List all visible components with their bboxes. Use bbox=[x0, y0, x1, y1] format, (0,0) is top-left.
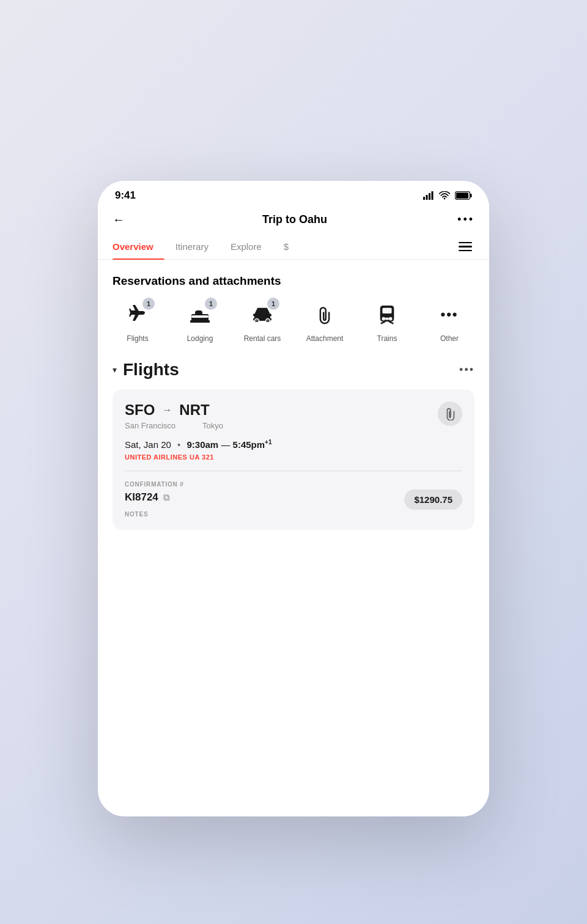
flights-more-button[interactable]: ••• bbox=[459, 364, 474, 376]
depart-time: 9:30am bbox=[187, 439, 219, 450]
flight-attachment-button[interactable] bbox=[438, 402, 462, 426]
phone-frame: 9:41 bbox=[98, 181, 489, 816]
res-attachment-icon-wrap bbox=[310, 300, 339, 329]
svg-rect-10 bbox=[191, 315, 209, 318]
hamburger-line-3 bbox=[459, 250, 472, 252]
svg-point-19 bbox=[389, 317, 393, 321]
svg-rect-17 bbox=[382, 308, 391, 314]
back-button[interactable]: ← bbox=[113, 213, 132, 227]
svg-rect-5 bbox=[456, 193, 468, 199]
hamburger-line-2 bbox=[459, 246, 472, 248]
svg-rect-14 bbox=[252, 316, 254, 318]
res-flights-icon-wrap: 1 bbox=[123, 300, 152, 329]
res-item-attachment[interactable]: Attachment bbox=[303, 300, 347, 343]
svg-point-13 bbox=[266, 319, 270, 323]
svg-rect-6 bbox=[470, 194, 472, 197]
status-time: 9:41 bbox=[115, 189, 136, 202]
other-label: Other bbox=[440, 334, 459, 343]
svg-rect-3 bbox=[432, 191, 434, 200]
confirmation-block: CONFIRMATION # KI8724 ⧉ NOTES bbox=[125, 481, 184, 518]
trains-label: Trains bbox=[377, 334, 397, 343]
airline-name: UNITED AIRLINES UA 321 bbox=[125, 453, 438, 461]
cities-row: San Francisco Tokyo bbox=[125, 421, 438, 430]
flight-main: SFO → NRT San Francisco Tokyo Sat, Jan 2… bbox=[113, 389, 474, 471]
hamburger-line-1 bbox=[459, 242, 472, 244]
price-badge: $1290.75 bbox=[404, 490, 462, 510]
attachment-icon bbox=[310, 300, 339, 329]
other-icon: ••• bbox=[435, 300, 464, 329]
tab-budget[interactable]: $ bbox=[273, 234, 300, 259]
res-item-other[interactable]: ••• Other bbox=[427, 300, 471, 343]
res-item-flights[interactable]: 1 Flights bbox=[116, 300, 160, 343]
notes-label: NOTES bbox=[125, 511, 184, 518]
time-dash: — bbox=[221, 439, 232, 450]
arrive-time: 5:45pm+1 bbox=[233, 439, 272, 450]
flights-section-header: ▾ Flights ••• bbox=[113, 360, 474, 380]
header: ← Trip to Oahu ••• bbox=[98, 207, 489, 234]
tab-explore[interactable]: Explore bbox=[220, 234, 273, 259]
reservations-header: Reservations and attachments bbox=[98, 260, 489, 298]
dest-city: Tokyo bbox=[202, 421, 223, 430]
res-item-rental-cars[interactable]: 1 Rental cars bbox=[240, 300, 284, 343]
route-codes: SFO → NRT bbox=[125, 402, 438, 419]
bullet-separator: • bbox=[177, 439, 180, 450]
rental-label: Rental cars bbox=[244, 334, 281, 343]
content-area: Reservations and attachments 1 Flights bbox=[98, 260, 489, 816]
svg-rect-0 bbox=[423, 197, 425, 200]
svg-rect-1 bbox=[426, 195, 428, 200]
origin-city: San Francisco bbox=[125, 421, 175, 430]
svg-rect-9 bbox=[190, 320, 210, 323]
route-arrow-icon: → bbox=[162, 405, 172, 416]
flights-section: ▾ Flights ••• SFO → NRT San Franc bbox=[98, 360, 489, 542]
trains-icon bbox=[372, 300, 402, 329]
res-rental-icon-wrap: 1 bbox=[248, 300, 277, 329]
rental-badge: 1 bbox=[267, 298, 279, 310]
svg-rect-2 bbox=[429, 193, 430, 200]
lodging-label: Lodging bbox=[187, 334, 213, 343]
svg-rect-15 bbox=[270, 316, 273, 318]
tab-overview[interactable]: Overview bbox=[113, 234, 164, 259]
header-more-button[interactable]: ••• bbox=[457, 213, 474, 226]
flight-date-row: Sat, Jan 20 • 9:30am — 5:45pm+1 bbox=[125, 439, 438, 450]
svg-line-21 bbox=[382, 321, 385, 323]
status-icons bbox=[423, 191, 472, 200]
reservations-title: Reservations and attachments bbox=[113, 274, 281, 287]
flights-title-row: ▾ Flights bbox=[113, 360, 179, 380]
flight-footer: CONFIRMATION # KI8724 ⧉ NOTES $1290.75 bbox=[113, 471, 474, 530]
status-bar: 9:41 bbox=[98, 181, 489, 207]
page-title: Trip to Oahu bbox=[262, 213, 327, 226]
svg-line-22 bbox=[389, 321, 393, 323]
copy-icon[interactable]: ⧉ bbox=[163, 492, 170, 503]
svg-point-18 bbox=[382, 317, 386, 321]
attachment-label: Attachment bbox=[306, 334, 344, 343]
battery-icon bbox=[455, 191, 472, 200]
flight-date: Sat, Jan 20 bbox=[125, 439, 171, 450]
dest-code: NRT bbox=[179, 402, 209, 419]
flights-label: Flights bbox=[127, 334, 148, 343]
tab-itinerary[interactable]: Itinerary bbox=[164, 234, 220, 259]
conf-number-row: KI8724 ⧉ bbox=[125, 491, 184, 504]
flights-section-title: Flights bbox=[123, 360, 179, 380]
flights-badge: 1 bbox=[142, 298, 155, 310]
lodging-badge: 1 bbox=[205, 298, 217, 310]
collapse-icon[interactable]: ▾ bbox=[113, 365, 117, 375]
res-item-trains[interactable]: Trains bbox=[365, 300, 409, 343]
res-lodging-icon-wrap: 1 bbox=[185, 300, 215, 329]
tab-menu-button[interactable] bbox=[456, 237, 474, 257]
svg-rect-20 bbox=[385, 318, 389, 320]
confirmation-label: CONFIRMATION # bbox=[125, 481, 184, 488]
res-item-lodging[interactable]: 1 Lodging bbox=[178, 300, 222, 343]
svg-point-12 bbox=[255, 319, 259, 323]
tab-bar: Overview Itinerary Explore $ bbox=[98, 234, 489, 260]
reservations-grid: 1 Flights 1 Lodgi bbox=[98, 298, 489, 360]
flight-card: SFO → NRT San Francisco Tokyo Sat, Jan 2… bbox=[113, 389, 474, 530]
flight-route: SFO → NRT San Francisco Tokyo Sat, Jan 2… bbox=[125, 402, 438, 461]
res-trains-icon-wrap bbox=[372, 300, 402, 329]
origin-code: SFO bbox=[125, 402, 155, 419]
confirmation-number: KI8724 bbox=[125, 491, 158, 504]
signal-icon bbox=[423, 191, 434, 200]
wifi-icon bbox=[439, 191, 450, 200]
res-other-icon-wrap: ••• bbox=[435, 300, 464, 329]
